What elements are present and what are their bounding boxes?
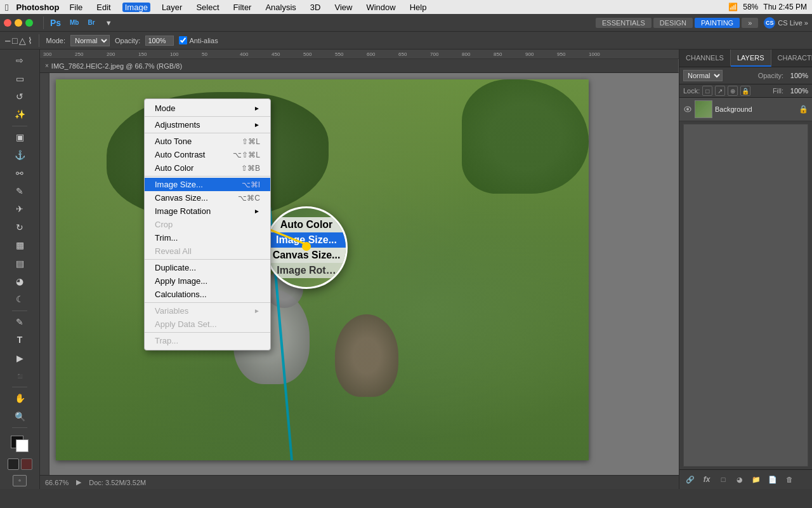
move-tool[interactable]: ⇨ [11,52,29,69]
layer-row-background[interactable]: Background 🔒 [679,98,812,121]
zoom-tool[interactable]: 🔍 [11,408,29,425]
lock-position-icon[interactable]: ↗ [715,86,725,96]
path-selection-tool[interactable]: ▶ [11,349,29,366]
anti-alias-label[interactable]: Anti-alias [179,36,218,44]
menu-item-calculations[interactable]: Calculations... [145,288,270,301]
lock-all-icon[interactable]: ⊕ [728,86,738,96]
zoom-level: 66.67% [45,479,69,486]
spot-healing-tool[interactable]: ⚯ [11,164,29,181]
quick-mask-mode-icon[interactable] [21,458,32,470]
workspace-painting[interactable]: PAINTING [695,18,740,28]
workspace-more[interactable]: » [742,18,758,28]
menu-filter[interactable]: Filter [231,3,254,12]
eraser-tool[interactable]: ▩ [11,237,29,253]
clone-stamp-tool[interactable]: ✈ [11,201,29,217]
layer-lock-icon: 🔒 [799,105,808,114]
layer-thumbnail [695,100,712,118]
menu-item-trap: Trap... [145,334,270,347]
ps-icon-extra[interactable]: ▼ [101,15,116,30]
layer-visibility-icon[interactable] [683,100,692,118]
menu-layer[interactable]: Layer [159,3,185,12]
workspace-design[interactable]: DESIGN [653,18,693,28]
menu-item-image-rotation-arrow: ► [254,208,260,215]
ps-icon-mb[interactable]: Mb [67,15,82,30]
menu-select[interactable]: Select [193,3,221,12]
menu-edit[interactable]: Edit [94,3,113,12]
minimize-button[interactable] [15,19,22,27]
menu-item-auto-color[interactable]: Auto Color ⇧⌘B [145,161,270,175]
ruler-vertical [40,73,49,475]
menu-3d[interactable]: 3D [308,3,324,12]
tab-character[interactable]: CHARACTER [771,50,813,67]
apple-menu[interactable]:  [5,2,8,13]
maximize-button[interactable] [25,19,33,27]
menu-item-canvas-size[interactable]: Canvas Size... ⌥⌘C [145,191,270,204]
new-layer-icon[interactable]: 📄 [766,472,780,486]
menu-item-auto-tone[interactable]: Auto Tone ⇧⌘L [145,135,270,148]
lock-pixels-icon[interactable]: □ [702,86,712,96]
menu-item-image-rotation[interactable]: Image Rotation ► [145,204,270,218]
gradient-tool[interactable]: ▤ [11,255,29,271]
background-color[interactable] [16,439,29,452]
menu-image[interactable]: Image [122,3,150,12]
tab-layers[interactable]: LAYERS [731,50,771,67]
menu-item-canvas-size-shortcut: ⌥⌘C [238,194,260,203]
shape-tool[interactable]: ◾ [11,368,29,384]
menu-item-apply-image-label: Apply Image... [155,276,207,286]
new-group-icon[interactable]: 📁 [749,472,763,486]
tab-channels[interactable]: CHANNELS [679,50,731,67]
history-brush-tool[interactable]: ↻ [11,219,29,236]
marquee-tool[interactable]: ▭ [11,70,29,86]
menu-item-adjustments[interactable]: Adjustments ► [145,118,270,131]
opacity-label: Opacity: [115,37,140,44]
ps-icon-bridge[interactable]: Br [84,15,99,30]
screen-mode-icon[interactable]: ▫ [13,475,27,486]
menu-item-image-rotation-label: Image Rotation [155,206,211,216]
window-controls[interactable] [4,19,33,27]
add-mask-icon[interactable]: □ [716,472,730,486]
delete-layer-icon[interactable]: 🗑 [782,472,796,486]
crop-tool[interactable]: ▣ [11,129,29,145]
close-button[interactable] [4,19,11,27]
adjustment-layer-icon[interactable]: ◕ [733,472,747,486]
menu-item-auto-contrast[interactable]: Auto Contrast ⌥⇧⌘L [145,148,270,161]
text-tool[interactable]: T [11,331,29,348]
hand-tool[interactable]: ✋ [11,390,29,406]
eyedropper-tool[interactable]: ⚓ [11,147,29,163]
zoom-icon[interactable]: ▶ [76,478,81,486]
layer-style-icon[interactable]: fx [700,472,714,486]
menu-divider-6 [145,332,270,333]
mode-select[interactable]: Normal [70,35,110,46]
menu-analysis[interactable]: Analysis [263,3,298,12]
pen-tool[interactable]: ✎ [11,314,29,330]
menu-window[interactable]: Window [363,3,398,12]
magnifier-content: Auto Color Image Size... Canvas Size... … [267,208,346,287]
mac-menubar:  Photoshop File Edit Image Layer Select… [0,0,812,14]
opacity-input[interactable] [145,36,174,46]
blur-tool[interactable]: ◕ [11,273,29,290]
menu-item-duplicate[interactable]: Duplicate... [145,261,270,274]
lasso-tool[interactable]: ↺ [11,88,29,105]
menu-file[interactable]: File [67,3,85,12]
menu-item-trim[interactable]: Trim... [145,231,270,244]
canvas-close-icon[interactable]: × [45,62,49,69]
standard-mode-icon[interactable] [8,458,19,470]
link-layers-icon[interactable]: 🔗 [683,472,697,486]
cs-live-label[interactable]: CS Live » [778,19,808,27]
lock-lock-icon[interactable]: 🔒 [740,86,750,96]
anti-alias-checkbox[interactable] [179,36,187,44]
magic-wand-tool[interactable]: ✨ [11,106,29,123]
brush-tool[interactable]: ✎ [11,183,29,199]
menu-item-mode[interactable]: Mode ► [145,102,270,115]
blend-mode-select[interactable]: Normal [683,70,723,81]
color-swatches[interactable] [8,433,31,455]
dodge-tool[interactable]: ☾ [11,291,29,307]
menu-view[interactable]: View [332,3,355,12]
menu-help[interactable]: Help [407,3,429,12]
menu-item-apply-image[interactable]: Apply Image... [145,274,270,288]
menu-item-trim-label: Trim... [155,233,178,243]
cs-live-icon[interactable]: CS [764,17,775,29]
menu-item-image-size[interactable]: Image Size... ⌥⌘I [145,178,270,191]
menu-divider-3 [145,176,270,177]
workspace-essentials[interactable]: ESSENTIALS [596,18,652,28]
